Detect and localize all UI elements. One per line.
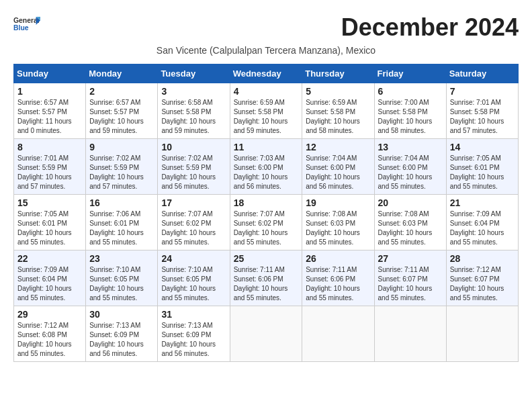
- day-number: 24: [161, 253, 226, 264]
- calendar-cell: 4Sunrise: 6:59 AM Sunset: 5:58 PM Daylig…: [230, 83, 302, 139]
- day-number: 27: [378, 253, 443, 264]
- day-info: Sunrise: 7:03 AM Sunset: 6:00 PM Dayligh…: [234, 154, 299, 191]
- calendar-cell: [230, 306, 302, 362]
- calendar-cell: [302, 306, 374, 362]
- day-info: Sunrise: 7:05 AM Sunset: 6:01 PM Dayligh…: [17, 210, 82, 247]
- calendar-cell: 16Sunrise: 7:06 AM Sunset: 6:01 PM Dayli…: [86, 195, 158, 250]
- day-info: Sunrise: 7:04 AM Sunset: 6:00 PM Dayligh…: [306, 154, 370, 191]
- day-number: 3: [161, 86, 226, 97]
- day-number: 29: [17, 309, 82, 320]
- day-of-week-header: Friday: [374, 64, 446, 83]
- day-number: 1: [17, 86, 82, 97]
- day-number: 13: [378, 142, 443, 152]
- calendar-cell: 30Sunrise: 7:13 AM Sunset: 6:09 PM Dayli…: [86, 306, 158, 362]
- calendar-cell: 8Sunrise: 7:01 AM Sunset: 5:59 PM Daylig…: [14, 139, 86, 195]
- logo: General Blue: [13, 13, 42, 34]
- day-info: Sunrise: 7:08 AM Sunset: 6:03 PM Dayligh…: [306, 210, 370, 247]
- calendar-cell: 31Sunrise: 7:13 AM Sunset: 6:09 PM Dayli…: [158, 306, 230, 362]
- calendar-table: SundayMondayTuesdayWednesdayThursdayFrid…: [13, 64, 519, 362]
- calendar-cell: 20Sunrise: 7:08 AM Sunset: 6:03 PM Dayli…: [374, 195, 446, 250]
- day-info: Sunrise: 7:00 AM Sunset: 5:58 PM Dayligh…: [378, 98, 443, 136]
- calendar-cell: 22Sunrise: 7:09 AM Sunset: 6:04 PM Dayli…: [14, 250, 86, 306]
- day-info: Sunrise: 7:08 AM Sunset: 6:03 PM Dayligh…: [378, 210, 443, 247]
- day-info: Sunrise: 6:58 AM Sunset: 5:58 PM Dayligh…: [161, 98, 226, 136]
- day-info: Sunrise: 7:12 AM Sunset: 6:07 PM Dayligh…: [450, 265, 515, 303]
- day-number: 21: [450, 197, 515, 208]
- day-number: 18: [234, 197, 299, 208]
- day-info: Sunrise: 7:04 AM Sunset: 6:00 PM Dayligh…: [378, 154, 443, 191]
- day-info: Sunrise: 7:09 AM Sunset: 6:04 PM Dayligh…: [17, 265, 82, 303]
- calendar-cell: 14Sunrise: 7:05 AM Sunset: 6:01 PM Dayli…: [446, 139, 518, 195]
- day-of-week-header: Thursday: [302, 64, 374, 83]
- day-info: Sunrise: 7:09 AM Sunset: 6:04 PM Dayligh…: [450, 210, 515, 247]
- day-of-week-header: Monday: [86, 64, 158, 83]
- day-info: Sunrise: 7:07 AM Sunset: 6:02 PM Dayligh…: [161, 210, 226, 247]
- calendar-cell: 11Sunrise: 7:03 AM Sunset: 6:00 PM Dayli…: [230, 139, 302, 195]
- calendar-cell: 19Sunrise: 7:08 AM Sunset: 6:03 PM Dayli…: [302, 195, 374, 250]
- day-number: 2: [89, 86, 154, 97]
- day-number: 4: [234, 86, 299, 97]
- day-info: Sunrise: 6:59 AM Sunset: 5:58 PM Dayligh…: [306, 98, 370, 136]
- day-info: Sunrise: 7:06 AM Sunset: 6:01 PM Dayligh…: [89, 210, 154, 247]
- day-of-week-header: Wednesday: [230, 64, 302, 83]
- calendar-cell: 17Sunrise: 7:07 AM Sunset: 6:02 PM Dayli…: [158, 195, 230, 250]
- day-of-week-header: Tuesday: [158, 64, 230, 83]
- calendar-cell: 28Sunrise: 7:12 AM Sunset: 6:07 PM Dayli…: [446, 250, 518, 306]
- day-of-week-header: Saturday: [446, 64, 518, 83]
- day-number: 10: [161, 142, 226, 152]
- day-number: 8: [17, 142, 82, 152]
- calendar-cell: 5Sunrise: 6:59 AM Sunset: 5:58 PM Daylig…: [302, 83, 374, 139]
- svg-text:General: General: [13, 17, 40, 24]
- calendar-cell: 12Sunrise: 7:04 AM Sunset: 6:00 PM Dayli…: [302, 139, 374, 195]
- calendar-cell: 26Sunrise: 7:11 AM Sunset: 6:06 PM Dayli…: [302, 250, 374, 306]
- day-number: 23: [89, 253, 154, 264]
- calendar-cell: 9Sunrise: 7:02 AM Sunset: 5:59 PM Daylig…: [86, 139, 158, 195]
- day-number: 17: [161, 197, 226, 208]
- day-info: Sunrise: 7:07 AM Sunset: 6:02 PM Dayligh…: [234, 210, 299, 247]
- calendar-subtitle: San Vicente (Calpulalpan Tercera Manzana…: [13, 45, 519, 56]
- day-info: Sunrise: 7:11 AM Sunset: 6:06 PM Dayligh…: [306, 265, 370, 303]
- day-number: 20: [378, 197, 443, 208]
- day-number: 31: [161, 309, 226, 320]
- calendar-cell: 10Sunrise: 7:02 AM Sunset: 5:59 PM Dayli…: [158, 139, 230, 195]
- calendar-cell: 18Sunrise: 7:07 AM Sunset: 6:02 PM Dayli…: [230, 195, 302, 250]
- day-info: Sunrise: 6:57 AM Sunset: 5:57 PM Dayligh…: [89, 98, 154, 136]
- day-info: Sunrise: 7:05 AM Sunset: 6:01 PM Dayligh…: [450, 154, 515, 191]
- calendar-cell: 6Sunrise: 7:00 AM Sunset: 5:58 PM Daylig…: [374, 83, 446, 139]
- calendar-cell: [446, 306, 518, 362]
- day-number: 9: [89, 142, 154, 152]
- day-info: Sunrise: 7:13 AM Sunset: 6:09 PM Dayligh…: [161, 321, 226, 359]
- calendar-cell: 1Sunrise: 6:57 AM Sunset: 5:57 PM Daylig…: [14, 83, 86, 139]
- calendar-cell: 23Sunrise: 7:10 AM Sunset: 6:05 PM Dayli…: [86, 250, 158, 306]
- day-info: Sunrise: 7:02 AM Sunset: 5:59 PM Dayligh…: [161, 154, 226, 191]
- month-title: December 2024: [341, 13, 519, 42]
- day-of-week-header: Sunday: [14, 64, 86, 83]
- day-info: Sunrise: 7:02 AM Sunset: 5:59 PM Dayligh…: [89, 154, 154, 191]
- day-number: 30: [89, 309, 154, 320]
- calendar-cell: 27Sunrise: 7:11 AM Sunset: 6:07 PM Dayli…: [374, 250, 446, 306]
- calendar-cell: 25Sunrise: 7:11 AM Sunset: 6:06 PM Dayli…: [230, 250, 302, 306]
- day-number: 5: [306, 86, 370, 97]
- day-info: Sunrise: 6:59 AM Sunset: 5:58 PM Dayligh…: [234, 98, 299, 136]
- day-number: 11: [234, 142, 299, 152]
- day-info: Sunrise: 7:11 AM Sunset: 6:06 PM Dayligh…: [234, 265, 299, 303]
- day-number: 14: [450, 142, 515, 152]
- day-info: Sunrise: 7:12 AM Sunset: 6:08 PM Dayligh…: [17, 321, 82, 359]
- day-info: Sunrise: 7:11 AM Sunset: 6:07 PM Dayligh…: [378, 265, 443, 303]
- day-info: Sunrise: 7:01 AM Sunset: 5:58 PM Dayligh…: [450, 98, 515, 136]
- day-number: 16: [89, 197, 154, 208]
- day-number: 28: [450, 253, 515, 264]
- calendar-cell: 13Sunrise: 7:04 AM Sunset: 6:00 PM Dayli…: [374, 139, 446, 195]
- calendar-cell: 24Sunrise: 7:10 AM Sunset: 6:05 PM Dayli…: [158, 250, 230, 306]
- day-info: Sunrise: 7:10 AM Sunset: 6:05 PM Dayligh…: [161, 265, 226, 303]
- day-number: 26: [306, 253, 370, 264]
- day-number: 6: [378, 86, 443, 97]
- calendar-cell: [374, 306, 446, 362]
- day-info: Sunrise: 6:57 AM Sunset: 5:57 PM Dayligh…: [17, 98, 82, 136]
- day-number: 12: [306, 142, 370, 152]
- calendar-cell: 3Sunrise: 6:58 AM Sunset: 5:58 PM Daylig…: [158, 83, 230, 139]
- day-number: 22: [17, 253, 82, 264]
- svg-text:Blue: Blue: [13, 24, 29, 32]
- calendar-cell: 7Sunrise: 7:01 AM Sunset: 5:58 PM Daylig…: [446, 83, 518, 139]
- day-number: 25: [234, 253, 299, 264]
